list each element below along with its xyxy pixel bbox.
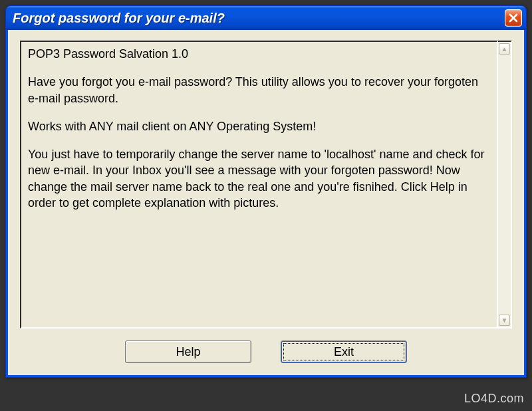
scroll-up-button[interactable]: ▲: [499, 43, 510, 55]
help-button-label: Help: [176, 345, 200, 359]
chevron-up-icon: ▲: [501, 45, 508, 53]
chevron-down-icon: ▼: [501, 317, 508, 324]
window-title: Forgot password for your e-mail?: [13, 11, 505, 26]
client-area: POP3 Password Salvation 1.0 Have you for…: [6, 30, 526, 377]
help-button[interactable]: Help: [125, 341, 251, 363]
paragraph-title: POP3 Password Salvation 1.0: [28, 46, 490, 62]
paragraph-instructions: You just have to temporarily change the …: [28, 146, 490, 211]
info-textpane[interactable]: POP3 Password Salvation 1.0 Have you for…: [20, 41, 498, 329]
exit-button[interactable]: Exit: [281, 341, 407, 363]
close-icon: [509, 13, 518, 23]
vertical-scrollbar[interactable]: ▲ ▼: [498, 41, 512, 329]
exit-button-label: Exit: [334, 345, 354, 359]
watermark: LO4D.com: [464, 392, 524, 406]
titlebar[interactable]: Forgot password for your e-mail?: [6, 6, 526, 30]
dialog-window: Forgot password for your e-mail? POP3 Pa…: [5, 5, 527, 378]
scroll-down-button[interactable]: ▼: [499, 315, 510, 326]
paragraph-compat: Works with ANY mail client on ANY Operat…: [28, 118, 490, 134]
paragraph-intro: Have you forgot you e-mail password? Thi…: [28, 74, 490, 106]
text-pane-container: POP3 Password Salvation 1.0 Have you for…: [20, 41, 512, 329]
button-row: Help Exit: [20, 341, 512, 366]
close-button[interactable]: [505, 9, 522, 27]
